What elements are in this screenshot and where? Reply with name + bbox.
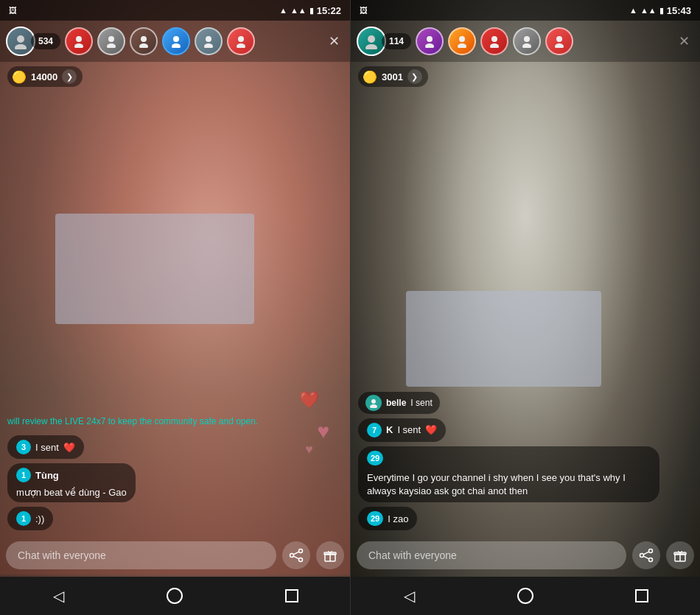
chat-bubble-3-left: 1 :)) — [7, 507, 53, 530]
coin-arrow-left[interactable]: ❯ — [62, 69, 77, 84]
svg-line-39 — [643, 552, 648, 555]
svg-point-7 — [139, 43, 148, 48]
close-icon-left: ✕ — [329, 33, 340, 49]
chat-row-3-left: 1 :)) — [7, 507, 343, 530]
chat-2-header: 29 — [367, 451, 383, 465]
coin-amount-right: 3001 — [382, 71, 403, 82]
heart-1-left: ❤️ — [63, 442, 75, 453]
close-icon-right: ✕ — [679, 33, 690, 49]
svg-line-17 — [293, 552, 298, 555]
coin-icon-right: 🟡 — [363, 70, 377, 84]
chat-text-3-left: :)) — [35, 513, 44, 524]
svg-point-34 — [371, 399, 376, 404]
avatar-4-right[interactable] — [513, 27, 541, 55]
signal-icon-left: ▲▲ — [290, 6, 307, 15]
top-bar-left: 534 ✕ — [0, 21, 350, 62]
avatar-5-left[interactable] — [195, 27, 223, 55]
username-belle: belle — [386, 398, 406, 408]
arrow-icon-left: ❯ — [66, 72, 73, 82]
image-icon: 🖼 — [9, 6, 17, 15]
chat-bubble-1-right: 7 K I sent ❤️ — [358, 418, 446, 442]
chat-text-3-right: I zao — [388, 513, 408, 524]
avatar-6-left[interactable] — [227, 27, 255, 55]
top-bar-right: 114 ✕ — [351, 21, 700, 62]
avatar-3-right[interactable] — [480, 27, 508, 55]
svg-point-31 — [522, 43, 531, 48]
chat-input-right[interactable]: Chat with everyone — [357, 541, 626, 569]
svg-point-16 — [299, 558, 303, 562]
avatar-2-right[interactable] — [448, 27, 476, 55]
system-message-left: will review the LIVE 24x7 to keep the co… — [7, 415, 343, 428]
gift-button-right[interactable] — [666, 541, 694, 569]
svg-point-30 — [524, 36, 530, 42]
svg-line-18 — [293, 556, 298, 559]
recent-button-right[interactable] — [623, 577, 660, 614]
back-button-left[interactable]: ◁ — [40, 577, 77, 614]
badge-2-left: 1 — [16, 468, 31, 482]
chat-row-1-left: 3 I sent ❤️ — [7, 435, 343, 459]
svg-point-9 — [172, 43, 181, 48]
close-button-left[interactable]: ✕ — [323, 31, 344, 52]
avatar-belle — [365, 395, 382, 411]
avatar-5-right[interactable] — [545, 27, 573, 55]
status-bar-left: 🖼 ▲ ▲▲ ▮ 15:22 — [0, 0, 350, 21]
home-button-left[interactable] — [156, 577, 193, 614]
svg-point-29 — [490, 43, 499, 48]
avatar-2-left[interactable] — [97, 27, 125, 55]
close-button-right[interactable]: ✕ — [673, 31, 694, 52]
avatar-1-right[interactable] — [416, 27, 444, 55]
heart-1-right: ❤️ — [425, 424, 437, 435]
share-icon-right — [639, 548, 654, 563]
host-avatar-wrap-left: 534 — [6, 27, 60, 56]
avatar-3-left[interactable] — [130, 27, 158, 55]
wifi-icon-left: ▲ — [279, 6, 287, 15]
chat-input-left[interactable]: Chat with everyone — [6, 541, 276, 569]
home-icon-left — [167, 588, 183, 604]
status-left-icons-right: 🖼 — [360, 6, 368, 15]
chat-text-1-right: I sent — [397, 424, 421, 435]
home-button-right[interactable] — [507, 577, 544, 614]
chat-row-2-right: 29 Everytime I go your channel i shy whe… — [358, 446, 693, 502]
svg-point-11 — [204, 43, 213, 48]
svg-point-12 — [238, 36, 244, 42]
badge-2-right: 29 — [367, 451, 383, 465]
status-right-left: ▲ ▲▲ ▮ 15:22 — [279, 5, 341, 16]
gift-button-left[interactable] — [316, 541, 344, 569]
svg-point-32 — [556, 36, 562, 42]
back-icon-left: ◁ — [53, 587, 64, 605]
avatar-4-left[interactable] — [162, 27, 190, 55]
share-button-left[interactable] — [282, 541, 310, 569]
viewer-count-text-left: 534 — [38, 36, 53, 46]
viewer-count-text-right: 114 — [389, 36, 404, 46]
svg-point-8 — [173, 36, 179, 42]
viewer-count-left: 534 — [31, 33, 60, 49]
chat-bubble-2-left: 1 Tùng mượn beat về dùng - Gao — [7, 463, 136, 502]
gift-icon-right — [673, 548, 687, 563]
chat-overlay-right: belle I sent 7 K I sent ❤️ 29 Everytime … — [351, 392, 700, 530]
svg-point-13 — [237, 43, 245, 48]
chat-placeholder-left: Chat with everyone — [18, 549, 106, 561]
face-blur-right — [406, 291, 601, 387]
svg-point-36 — [649, 549, 653, 553]
share-icon-left — [289, 548, 304, 563]
chat-row-2-left: 1 Tùng mượn beat về dùng - Gao — [7, 463, 343, 502]
badge-1-right: 7 — [367, 423, 382, 437]
coin-arrow-right[interactable]: ❯ — [407, 69, 422, 84]
svg-point-33 — [555, 43, 564, 48]
recent-button-left[interactable] — [273, 577, 310, 614]
status-right-right: ▲ ▲▲ ▮ 15:43 — [629, 5, 691, 16]
chat-text-1-left: I sent — [35, 442, 59, 453]
chat-overlay-left: will review the LIVE 24x7 to keep the co… — [0, 415, 350, 530]
right-screen: 🖼 ▲ ▲▲ ▮ 15:43 114 — [350, 0, 700, 615]
coin-bar-right[interactable]: 🟡 3001 ❯ — [358, 66, 428, 87]
badge-3-left: 1 — [16, 511, 31, 526]
chat-row-1-right: 7 K I sent ❤️ — [358, 418, 693, 442]
arrow-icon-right: ❯ — [411, 72, 418, 82]
chat-text-2-right: Everytime I go your channel i shy when I… — [367, 471, 651, 498]
svg-point-1 — [15, 44, 27, 49]
back-button-right[interactable]: ◁ — [391, 577, 427, 614]
svg-point-24 — [427, 36, 433, 42]
avatar-1-left[interactable] — [65, 27, 93, 55]
share-button-right[interactable] — [632, 541, 660, 569]
coin-bar-left[interactable]: 🟡 14000 ❯ — [7, 66, 83, 87]
